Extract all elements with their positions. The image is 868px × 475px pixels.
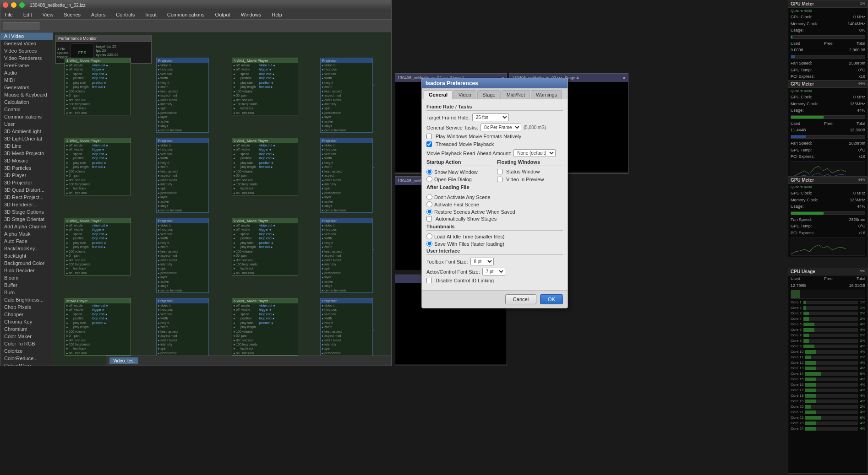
tab-stage[interactable]: Stage xyxy=(477,90,501,99)
sidebar-item-3d-ambient[interactable]: 3D AmbientLight xyxy=(0,128,53,135)
sidebar-item-3d-mesh[interactable]: 3D Mesh Projecto xyxy=(0,150,53,157)
sidebar-item-3d-light[interactable]: 3D Light.Orientat xyxy=(0,135,53,142)
sidebar-item-add-alpha[interactable]: Add Alpha Channe xyxy=(0,223,53,230)
sidebar-item-calculation[interactable]: Calculation xyxy=(0,98,53,106)
menu-scenes[interactable]: Scenes xyxy=(62,11,82,18)
sidebar-item-3d-quad[interactable]: 3D Quad Distort... xyxy=(0,186,53,194)
radio-save-files[interactable] xyxy=(426,241,432,247)
menu-edit[interactable]: Edit xyxy=(22,11,34,18)
radio-restore-scenes[interactable] xyxy=(426,209,432,215)
projector-1[interactable]: Projector ● video in ● horz pos ● vert p… xyxy=(156,58,209,133)
tab-video[interactable]: Video xyxy=(453,90,476,99)
sidebar-item-colorize[interactable]: Colorize xyxy=(0,347,53,355)
sidebar-item-chroma-key[interactable]: Chroma Key xyxy=(0,318,53,325)
maximize-button[interactable] xyxy=(19,2,25,8)
sidebar-item-burn[interactable]: Burn xyxy=(0,289,53,296)
sidebar-item-midi[interactable]: MIDI xyxy=(0,76,53,84)
movie-player-6[interactable]: 6:Wild_ Movie Player ● off movie ● off v… xyxy=(232,218,298,275)
sidebar-item-colour-warp[interactable]: ColourWarp xyxy=(0,362,53,366)
sidebar-item-alpha-mask[interactable]: Alpha Mask xyxy=(0,230,53,238)
tab-general[interactable]: General xyxy=(424,90,453,99)
sidebar-item-freeframe[interactable]: FreeFrame xyxy=(0,62,53,69)
sidebar-item-control[interactable]: Control xyxy=(0,106,53,113)
menu-output[interactable]: Output xyxy=(213,11,232,18)
radio-show-new-window[interactable] xyxy=(426,169,432,175)
movie-player-3[interactable]: 2:Wild_ Movie Player ● off movie ● off v… xyxy=(65,138,131,195)
movie-player-5[interactable]: 3:Wild_ Movie Player ● off movie ● off v… xyxy=(65,218,131,275)
sidebar-item-chop-pixels[interactable]: Chop Pixels xyxy=(0,303,53,311)
sidebar-item-3d-renderer[interactable]: 3D Renderer... xyxy=(0,201,53,208)
menu-view[interactable]: View xyxy=(41,11,55,18)
radio-dont-activate[interactable] xyxy=(426,194,432,200)
minimize-button[interactable] xyxy=(11,2,16,8)
sidebar-item-buffer[interactable]: Buffer xyxy=(0,281,53,289)
movie-player-7[interactable]: Movie Player ● off movie ● off visible ●… xyxy=(65,298,131,356)
play-windows-checkbox[interactable] xyxy=(426,134,432,139)
menu-actors[interactable]: Actors xyxy=(89,11,107,18)
sidebar-item-3d-projector[interactable]: 3D Projector xyxy=(0,179,53,186)
sidebar-item-auto-fade[interactable]: Auto Fade xyxy=(0,238,53,245)
read-ahead-select[interactable]: None (default) xyxy=(513,149,556,157)
toolbox-font-select[interactable]: 8 pt 9 pt 10 pt xyxy=(470,258,494,265)
video-preview-checkbox[interactable] xyxy=(497,177,502,182)
sidebar-item-general-video[interactable]: General Video xyxy=(0,40,53,47)
target-fps-select[interactable]: 25 fps 30 fps 60 fps xyxy=(472,113,509,121)
search-input[interactable] xyxy=(3,22,39,30)
projector-3[interactable]: Projector ● video in ● horz pos ● vert p… xyxy=(156,138,209,213)
sidebar-item-video-sources[interactable]: Video Sources xyxy=(0,47,53,54)
movie-player-1[interactable]: 1:Wild_ Movie Player ● off movie ● off v… xyxy=(65,58,131,115)
status-window-checkbox[interactable] xyxy=(497,169,502,174)
radio-load-idle[interactable] xyxy=(426,233,432,239)
sidebar-item-mouse-keyboard[interactable]: Mouse & Keyboard xyxy=(0,91,53,98)
sidebar-item-color-to-rgb[interactable]: Color To RGB xyxy=(0,340,53,347)
sidebar-item-backlight[interactable]: BackLight xyxy=(0,252,53,259)
sidebar-item-chopper[interactable]: Chopper xyxy=(0,311,53,318)
sidebar-item-bg-color[interactable]: Background Color xyxy=(0,259,53,267)
sidebar-item-3d-stage-orient[interactable]: 3D Stage Orientat xyxy=(0,216,53,223)
tab-midi-net[interactable]: Midi/Net xyxy=(502,90,530,99)
sidebar-item-blob-decoder[interactable]: Blob Decoder xyxy=(0,267,53,274)
service-tasks-select[interactable]: 8x Per Frame 4x Per Frame xyxy=(480,124,521,131)
projector-4[interactable]: Projector ● video in ● horz pos ● vert p… xyxy=(320,138,373,213)
projector-5[interactable]: Projector ● video in ● horz pos ● vert p… xyxy=(156,218,209,293)
sidebar-item-bloom[interactable]: Bloom xyxy=(0,274,53,281)
menu-input[interactable]: Input xyxy=(143,11,158,18)
sidebar-item-3d-player[interactable]: 3D Player xyxy=(0,172,53,179)
radio-activate-first[interactable] xyxy=(426,201,432,207)
menu-communications[interactable]: Communications xyxy=(165,11,207,18)
sidebar-item-communications[interactable]: Communications xyxy=(0,113,53,120)
sidebar-item-audio[interactable]: Audio xyxy=(0,69,53,76)
sidebar-item-all-video[interactable]: All Video xyxy=(0,32,53,40)
cancel-button[interactable]: Cancel xyxy=(505,294,536,304)
sidebar-item-3d-rect[interactable]: 3D Rect.Project... xyxy=(0,194,53,201)
scene-tab-video-test[interactable]: Video_test xyxy=(109,357,138,364)
projector-2[interactable]: Projector ● video in ● horz pos ● vert p… xyxy=(320,58,373,133)
sidebar-item-calc-brightness[interactable]: Calc Brightness... xyxy=(0,296,53,303)
menu-controls[interactable]: Controls xyxy=(114,11,136,18)
movie-player-2[interactable]: 4:Wild_ Movie Player ● off movie ● off v… xyxy=(232,58,298,115)
close-button[interactable] xyxy=(3,2,8,8)
stage-4-close[interactable]: × xyxy=(623,75,626,81)
sidebar-item-user[interactable]: User xyxy=(0,120,53,128)
menu-file[interactable]: File xyxy=(3,11,15,18)
auto-show-checkbox[interactable] xyxy=(426,216,432,221)
sidebar-item-backdrop[interactable]: BackDropKey... xyxy=(0,245,53,252)
actor-font-select[interactable]: 7 pt 8 pt 9 pt xyxy=(482,268,505,275)
tab-warnings[interactable]: Warnings xyxy=(531,90,562,99)
sidebar-item-3d-stage-options[interactable]: 3D Stage Options xyxy=(0,208,53,216)
ok-button[interactable]: OK xyxy=(540,294,563,304)
sidebar-item-video-renderers[interactable]: Video Renderers xyxy=(0,54,53,62)
sidebar-item-generators[interactable]: Generators xyxy=(0,84,53,91)
movie-player-4[interactable]: 5:Wild_ Movie Player ● off movie ● off v… xyxy=(232,138,298,195)
menu-help[interactable]: Help xyxy=(270,11,284,18)
sidebar-item-chromium[interactable]: Chromium xyxy=(0,325,53,333)
sidebar-item-color-maker[interactable]: Color Maker xyxy=(0,333,53,340)
disable-control-checkbox[interactable] xyxy=(426,278,432,283)
radio-open-file-dialog[interactable] xyxy=(426,176,432,182)
movie-player-8[interactable]: 5:Wild_ Movie Player ● off movie ● off v… xyxy=(232,298,298,356)
projector-6[interactable]: Projector ● video in ● horz pos ● vert p… xyxy=(320,218,373,293)
threaded-playback-checkbox[interactable] xyxy=(426,141,432,147)
sidebar-item-3d-particles[interactable]: 3D Particles xyxy=(0,164,53,172)
sidebar-item-3d-line[interactable]: 3D Line xyxy=(0,142,53,150)
menu-windows[interactable]: Windows xyxy=(239,11,263,18)
